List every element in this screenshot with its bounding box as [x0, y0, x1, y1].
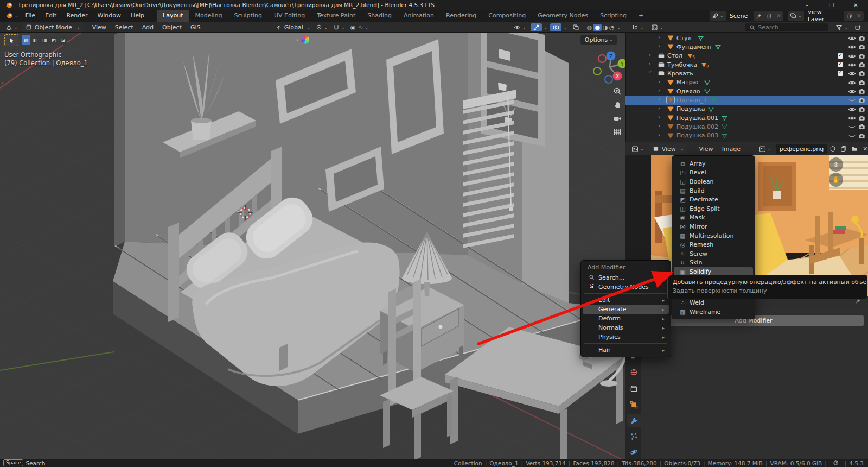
menu-render[interactable]: Render [61, 10, 92, 22]
image-mode-selector[interactable]: View⌄ [649, 144, 687, 154]
outliner-row[interactable]: ›Одеяло_1 [625, 96, 868, 104]
camera-visibility-icon[interactable] [858, 52, 866, 60]
camera-visibility-icon[interactable] [858, 70, 866, 78]
eye-visible-icon[interactable] [848, 114, 856, 122]
workspace-tab-+[interactable]: + [633, 10, 649, 22]
display-mode-icon[interactable]: ⌄ [649, 24, 666, 31]
menu-category-normals[interactable]: Normals▸ [583, 323, 669, 332]
outliner-row[interactable]: ›Подушка.003 [625, 131, 868, 140]
menu-category-deform[interactable]: Deform▸ [583, 314, 669, 323]
workspace-tab-modeling[interactable]: Modeling [189, 10, 228, 22]
outliner-row[interactable]: ›Одеяло [625, 87, 868, 96]
collection-checkbox[interactable] [838, 71, 843, 76]
camera-visibility-icon[interactable] [858, 34, 866, 42]
active-tool-button[interactable] [4, 34, 18, 46]
menu-item-search[interactable]: Search... [583, 273, 669, 282]
eye-visible-icon[interactable] [848, 61, 856, 69]
select-intersect-button[interactable]: ◪ [59, 35, 67, 45]
gis-basemap-chip[interactable]: › [296, 36, 309, 44]
select-subtract-button[interactable]: ◨ [40, 35, 49, 45]
workspace-tab-scripting[interactable]: Scripting [594, 10, 633, 22]
eye-visible-icon[interactable] [848, 34, 856, 42]
outliner-row[interactable]: ›Фундамент [625, 42, 868, 51]
eye-hidden-icon[interactable] [848, 132, 856, 140]
submenu-item-array[interactable]: ⧉Array [674, 159, 753, 168]
select-extend-button[interactable]: ◧ [31, 35, 40, 45]
disclosure-icon[interactable]: › [658, 87, 660, 93]
options-button[interactable]: Options⌄ [580, 35, 617, 45]
outliner-row[interactable]: ›Стул [625, 34, 868, 42]
overlays-toggle[interactable] [550, 23, 561, 31]
workspace-tab-geometry-nodes[interactable]: Geometry Nodes [532, 10, 594, 22]
tab-world[interactable] [627, 365, 641, 378]
copy-icon[interactable] [764, 13, 774, 19]
menu-window[interactable]: Window [93, 10, 126, 22]
3d-viewport[interactable]: ▧ ◧ ◨ ◩ ◪ › User Orthographic (79) Colle… [0, 33, 625, 459]
camera-view-icon[interactable] [613, 114, 622, 123]
camera-visibility-icon[interactable] [858, 43, 866, 51]
submenu-item-screw[interactable]: ≋Screw [674, 249, 753, 258]
outliner-editor-icon[interactable]: ⌄ [629, 24, 646, 31]
minimize-button[interactable]: – [795, 0, 819, 10]
image-image-menu[interactable]: Image [718, 146, 745, 153]
disclosure-icon[interactable]: › [649, 52, 651, 58]
disclosure-icon[interactable]: › [658, 132, 660, 138]
image-view-menu[interactable]: View [695, 146, 718, 153]
workspace-tab-uv-editing[interactable]: UV Editing [268, 10, 311, 22]
menu-edit[interactable]: Edit [40, 10, 61, 22]
viewport-menu-add[interactable]: Add [138, 24, 158, 31]
disclosure-icon[interactable]: › [658, 123, 660, 129]
tab-particles[interactable] [627, 430, 641, 443]
camera-visibility-icon[interactable] [858, 132, 866, 140]
disclosure-icon[interactable]: › [658, 79, 660, 85]
workspace-tab-texture-paint[interactable]: Texture Paint [311, 10, 361, 22]
submenu-item-multiresolution[interactable]: ▦Multiresolution [674, 231, 753, 241]
image-editor-type-icon[interactable]: ⌄ [629, 146, 646, 153]
collection-checkbox[interactable] [838, 62, 843, 67]
navigation-gizmo[interactable]: Z Y X [587, 45, 625, 90]
pin-icon[interactable]: 📌︎ [754, 13, 764, 19]
show-hide-icon[interactable]: ⌄ [512, 24, 528, 31]
close-button[interactable]: ✕ [844, 0, 868, 10]
pan-hand-icon[interactable] [613, 100, 622, 109]
shading-solid-icon[interactable]: ● [593, 24, 602, 31]
viewport-menu-object[interactable]: Object [158, 24, 186, 31]
submenu-item-mirror[interactable]: ⋈Mirror [674, 222, 753, 231]
menu-category-edit[interactable]: Edit▸ [583, 295, 669, 305]
submenu-item-boolean[interactable]: ◱Boolean [674, 177, 753, 186]
outliner-row[interactable]: ›Стол▼5 [625, 52, 868, 60]
maximize-button[interactable]: ❐ [819, 0, 844, 10]
image-zoom-icon[interactable]: ⊕ [829, 157, 843, 172]
select-new-button[interactable]: ▧ [22, 35, 30, 45]
select-difference-button[interactable]: ◩ [49, 35, 58, 45]
disclosure-icon[interactable]: › [649, 61, 651, 67]
eye-hidden-icon[interactable] [848, 96, 856, 104]
submenu-item-weld[interactable]: ∴Weld [674, 298, 753, 307]
submenu-item-bevel[interactable]: ◰Bevel [674, 168, 753, 178]
workspace-tab-shading[interactable]: Shading [361, 10, 398, 22]
editor-type-icon[interactable]: ⌄ [3, 24, 20, 31]
toolbar-expand-arrow[interactable]: › [1, 79, 4, 87]
eye-visible-icon[interactable] [848, 43, 856, 51]
menu-file[interactable]: File [21, 10, 40, 22]
pivot-point[interactable]: ⌄ [316, 24, 328, 30]
eye-visible-icon[interactable] [848, 52, 856, 60]
viewport-menu-select[interactable]: Select [111, 24, 138, 31]
workspace-tab-sculpting[interactable]: Sculpting [228, 10, 268, 22]
unlink-icon[interactable]: ✕ [774, 12, 783, 20]
gizmos-toggle[interactable] [531, 23, 542, 31]
disclosure-icon[interactable]: › [658, 105, 660, 111]
outliner-row[interactable]: ›Подушка [625, 105, 868, 113]
unlink-image-icon[interactable]: ✕ [860, 146, 868, 153]
copy-icon[interactable] [844, 13, 854, 19]
outliner-row[interactable]: ›Подушка.001 [625, 113, 868, 122]
ortho-grid-icon[interactable] [613, 128, 622, 136]
transform-orientation[interactable]: Global⌄ [276, 24, 311, 31]
submenu-item-edge-split[interactable]: ◫Edge Split [674, 204, 753, 213]
app-menu-icon[interactable]: ⌄ [3, 12, 21, 20]
submenu-item-build[interactable]: ▤Build [674, 186, 753, 195]
image-name-field[interactable]: референс.png [776, 144, 827, 154]
camera-visibility-icon[interactable] [858, 114, 866, 122]
mode-selector[interactable]: Object Mode⌄ [22, 23, 84, 32]
submenu-item-remesh[interactable]: ◎Remesh [674, 240, 753, 249]
